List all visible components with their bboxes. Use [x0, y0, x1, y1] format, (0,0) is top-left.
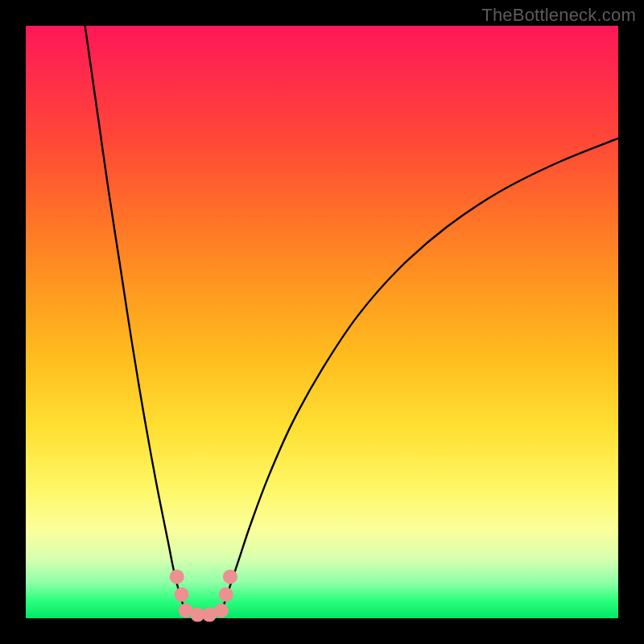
marker-left-dot-2 — [175, 588, 189, 602]
marker-group — [170, 569, 237, 621]
marker-right-dot-1 — [214, 603, 229, 617]
watermark-text: TheBottleneck.com — [481, 5, 636, 26]
series-left-curve — [85, 26, 186, 613]
chart-svg — [26, 26, 618, 618]
series-right-curve — [221, 138, 618, 613]
marker-right-dot-3 — [223, 569, 237, 584]
marker-right-dot-2 — [219, 588, 233, 602]
series-group — [85, 26, 618, 615]
chart-frame: TheBottleneck.com — [0, 0, 644, 644]
marker-left-dot-1 — [170, 569, 184, 584]
plot-area — [26, 26, 618, 618]
